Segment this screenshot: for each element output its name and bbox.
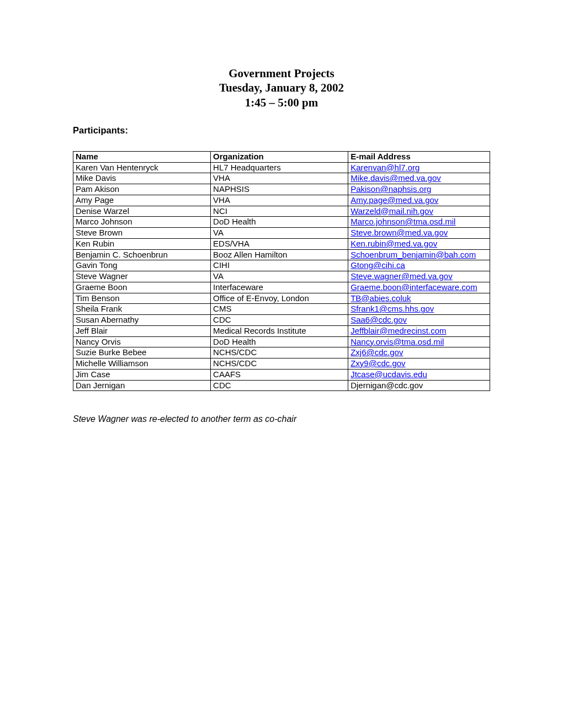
participant-name: Michelle Williamson [73,358,211,370]
participant-email-link[interactable]: Karenvan@hl7.org [350,163,419,172]
participant-email-cell: Saa6@cdc.gov [348,315,490,326]
participant-email-link[interactable]: Warzeld@mail.nih.gov [350,206,433,216]
table-row: Gavin TongCIHIGtong@cihi.ca [73,260,490,271]
table-row: Michelle WilliamsonNCHS/CDCZxy9@cdc.gov [73,358,490,370]
table-row: Sheila FrankCMSSfrank1@cms.hhs.gov [73,304,490,315]
participant-email-cell: Zxj6@cdc.gov [348,347,490,358]
participant-email-link[interactable]: Mike.davis@med.va.gov [350,173,441,183]
participant-name: Denise Warzel [73,206,211,217]
participant-email-link[interactable]: Graeme.boon@interfaceware.com [350,282,477,292]
participant-email-link[interactable]: Saa6@cdc.gov [350,315,407,324]
table-row: Susan AbernathyCDCSaa6@cdc.gov [73,315,490,326]
document-header: Government Projects Tuesday, January 8, … [73,66,490,110]
participant-org: CAAFS [211,369,348,380]
participant-org: VA [211,228,348,239]
participant-email-link[interactable]: Pakison@naphsis.org [350,184,431,194]
participant-name: Steve Wagner [73,271,211,282]
table-row: Pam AkisonNAPHSISPakison@naphsis.org [73,184,490,195]
participant-name: Benjamin C. Schoenbrun [73,249,211,260]
table-row: Graeme BoonInterfacewareGraeme.boon@inte… [73,282,490,293]
participant-email-link[interactable]: Nancy.orvis@tma.osd.mil [350,337,444,346]
participant-org: EDS/VHA [211,238,348,249]
participant-org: Interfaceware [211,282,348,293]
participant-email-link[interactable]: Schoenbrum_benjamin@bah.com [350,250,476,259]
table-row: Steve BrownVASteve.brown@med.va.gov [73,228,490,239]
participant-name: Marco Johnson [73,217,211,228]
participant-name: Pam Akison [73,184,211,195]
participants-table: Name Organization E-mail Address Karen V… [73,151,490,392]
participant-org: NCI [211,206,348,217]
table-row: Jeff BlairMedical Records InstituteJeffb… [73,325,490,336]
participants-label: Participants: [73,125,490,136]
table-header-row: Name Organization E-mail Address [73,151,490,162]
participant-name: Steve Brown [73,228,211,239]
participant-email-link[interactable]: Sfrank1@cms.hhs.gov [350,304,434,313]
participant-email-cell: Steve.wagner@med.va.gov [348,271,490,282]
table-row: Tim BensonOffice of E-Envoy, LondonTB@ab… [73,293,490,304]
table-row: Mike DavisVHAMike.davis@med.va.gov [73,173,490,184]
participant-email-cell: TB@abies.coluk [348,293,490,304]
participant-name: Suzie Burke Bebee [73,347,211,358]
participant-email-link[interactable]: Gtong@cihi.ca [350,260,405,270]
participant-name: Amy Page [73,195,211,206]
participant-email-cell: Jeffblair@medrecinst.com [348,325,490,336]
participant-name: Susan Abernathy [73,315,211,326]
participant-email-link[interactable]: Steve.brown@med.va.gov [350,228,448,237]
participant-name: Tim Benson [73,293,211,304]
participant-org: CDC [211,380,348,391]
participant-org: HL7 Headquarters [211,162,348,173]
participant-email-cell: Pakison@naphsis.org [348,184,490,195]
participant-email-link[interactable]: Amy.page@med.va.gov [350,195,438,205]
table-row: Benjamin C. SchoenbrunBooz Allen Hamilto… [73,249,490,260]
participant-org: Booz Allen Hamilton [211,249,348,260]
participant-org: VHA [211,173,348,184]
participant-email-cell: Jtcase@ucdavis.edu [348,369,490,380]
participant-org: DoD Health [211,336,348,347]
participant-email-cell: Sfrank1@cms.hhs.gov [348,304,490,315]
doc-time: 1:45 – 5:00 pm [73,95,490,110]
participant-email-cell: Graeme.boon@interfaceware.com [348,282,490,293]
participant-name: Gavin Tong [73,260,211,271]
participant-email-link[interactable]: Marco.johnson@tma.osd.mil [350,217,455,226]
table-row: Steve WagnerVASteve.wagner@med.va.gov [73,271,490,282]
col-email: E-mail Address [348,151,490,162]
table-row: Jim CaseCAAFSJtcase@ucdavis.edu [73,369,490,380]
participant-name: Mike Davis [73,173,211,184]
table-row: Ken RubinEDS/VHAKen.rubin@med.va.gov [73,238,490,249]
participant-email-text: Djernigan@cdc.gov [350,381,423,390]
participant-org: Medical Records Institute [211,325,348,336]
col-name: Name [73,151,211,162]
participant-name: Sheila Frank [73,304,211,315]
participant-email-link[interactable]: Steve.wagner@med.va.gov [350,271,453,281]
participant-org: VA [211,271,348,282]
participant-email-link[interactable]: Zxj6@cdc.gov [350,347,403,357]
participant-email-link[interactable]: Jeffblair@medrecinst.com [350,326,446,335]
participant-email-cell: Ken.rubin@med.va.gov [348,238,490,249]
participant-email-cell: Warzeld@mail.nih.gov [348,206,490,217]
participant-email-link[interactable]: Jtcase@ucdavis.edu [350,370,427,379]
table-row: Karen Van HentenryckHL7 HeadquartersKare… [73,162,490,173]
participant-email-cell: Amy.page@med.va.gov [348,195,490,206]
document-page: Government Projects Tuesday, January 8, … [0,0,563,728]
participant-org: CDC [211,315,348,326]
participant-org: NCHS/CDC [211,347,348,358]
participant-email-cell: Schoenbrum_benjamin@bah.com [348,249,490,260]
participant-email-cell: Djernigan@cdc.gov [348,380,490,391]
participant-email-cell: Mike.davis@med.va.gov [348,173,490,184]
participant-email-cell: Steve.brown@med.va.gov [348,228,490,239]
participant-org: DoD Health [211,217,348,228]
participant-name: Graeme Boon [73,282,211,293]
participant-org: NCHS/CDC [211,358,348,370]
participant-email-link[interactable]: Ken.rubin@med.va.gov [350,239,437,248]
table-row: Amy PageVHAAmy.page@med.va.gov [73,195,490,206]
participant-name: Nancy Orvis [73,336,211,347]
table-row: Dan JerniganCDCDjernigan@cdc.gov [73,380,490,391]
table-row: Nancy OrvisDoD HealthNancy.orvis@tma.osd… [73,336,490,347]
participant-name: Ken Rubin [73,238,211,249]
participant-email-link[interactable]: TB@abies.coluk [350,293,411,303]
participant-name: Karen Van Hentenryck [73,162,211,173]
participant-email-link[interactable]: Zxy9@cdc.gov [350,358,405,368]
participant-name: Jim Case [73,369,211,380]
participant-name: Jeff Blair [73,325,211,336]
table-row: Denise WarzelNCIWarzeld@mail.nih.gov [73,206,490,217]
